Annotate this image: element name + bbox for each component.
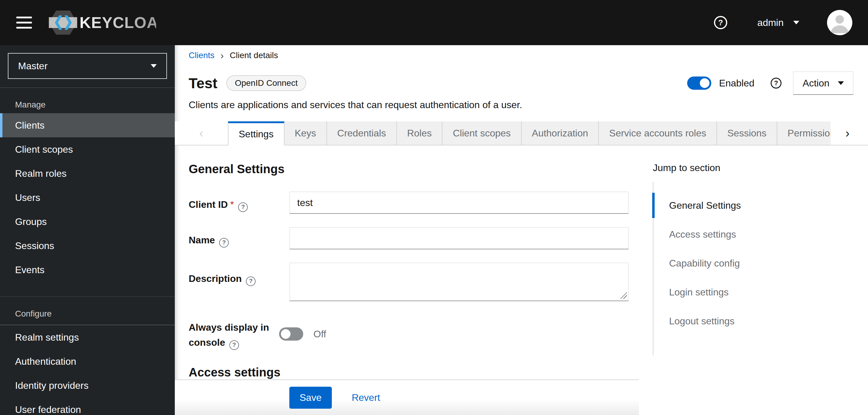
toggle-knob — [700, 78, 710, 88]
sidebar-item-authentication[interactable]: Authentication — [0, 349, 175, 374]
revert-link[interactable]: Revert — [352, 392, 380, 403]
tab-settings[interactable]: Settings — [228, 122, 284, 145]
jump-link-general-settings[interactable]: General Settings — [653, 193, 854, 218]
keycloak-admin-console: KEYCLOAK ? admin Master — [0, 0, 868, 415]
tabs-filler — [864, 122, 868, 145]
protocol-badge: OpenID Connect — [226, 75, 306, 91]
realm-caret-down-icon — [151, 64, 157, 68]
help-icon[interactable]: ? — [714, 16, 727, 29]
sidebar-item-groups[interactable]: Groups — [0, 210, 175, 234]
title-row: Test OpenID Connect Enabled ? Action — [189, 72, 854, 94]
breadcrumb-separator-icon: › — [221, 51, 224, 60]
tab-keys[interactable]: Keys — [284, 122, 327, 145]
tab-client-scopes[interactable]: Client scopes — [442, 122, 521, 145]
name-input[interactable] — [289, 227, 629, 249]
description-label: Description? — [189, 263, 289, 301]
jump-link-logout-settings[interactable]: Logout settings — [653, 308, 854, 334]
sidebar-item-sessions[interactable]: Sessions — [0, 234, 175, 258]
client-id-row: Client ID*? — [189, 192, 629, 214]
settings-form: General Settings Client ID*? — [189, 162, 629, 379]
client-id-help-icon[interactable]: ? — [238, 202, 248, 212]
caret-down-icon — [793, 21, 799, 24]
jump-to-section-panel: Jump to section General Settings Access … — [629, 162, 854, 379]
required-asterisk: * — [230, 199, 234, 210]
save-button[interactable]: Save — [289, 387, 332, 409]
chevron-right-icon[interactable]: › — [831, 122, 864, 145]
chevron-left-icon[interactable]: ‹ — [175, 122, 228, 145]
sidebar-item-client-scopes[interactable]: Client scopes — [0, 137, 175, 162]
jump-link-access-settings[interactable]: Access settings — [653, 222, 854, 247]
always-display-help-icon[interactable]: ? — [229, 340, 239, 350]
breadcrumb-clients-link[interactable]: Clients — [189, 50, 215, 60]
name-help-icon[interactable]: ? — [219, 238, 229, 248]
page-title: Test — [189, 75, 217, 92]
general-settings-heading: General Settings — [189, 162, 629, 176]
always-display-state: Off — [313, 328, 326, 340]
masthead-actions: ? admin — [714, 10, 852, 35]
jump-heading: Jump to section — [653, 162, 854, 173]
jump-list: General Settings Access settings Capabil… — [653, 182, 854, 355]
hamburger-menu-icon[interactable] — [16, 16, 32, 29]
avatar-icon — [827, 10, 852, 35]
action-caret-down-icon — [838, 81, 844, 85]
client-id-label: Client ID*? — [189, 192, 289, 214]
name-row: Name? — [189, 227, 629, 249]
access-settings-heading: Access settings — [189, 366, 629, 379]
always-display-row: Always display in console? Off — [189, 314, 629, 350]
page-header: Clients › Client details Test OpenID Con… — [175, 45, 868, 110]
sidebar-item-events[interactable]: Events — [0, 258, 175, 282]
avatar — [827, 10, 852, 35]
action-dropdown[interactable]: Action — [793, 71, 854, 95]
description-textarea[interactable] — [289, 263, 629, 301]
jump-link-login-settings[interactable]: Login settings — [653, 279, 854, 305]
tab-sessions[interactable]: Sessions — [717, 122, 777, 145]
header-controls: Enabled ? Action — [687, 71, 854, 95]
realm-selector[interactable]: Master — [8, 53, 167, 79]
keycloak-logo[interactable]: KEYCLOAK — [49, 10, 156, 35]
nav-section-title: Manage — [0, 88, 175, 113]
sidebar-item-identity-providers[interactable]: Identity providers — [0, 374, 175, 397]
always-display-toggle[interactable] — [279, 327, 303, 341]
tab-permissions[interactable]: Permissions — [777, 122, 831, 145]
page-subtitle: Clients are applications and services th… — [189, 99, 854, 110]
nav-group-manage: Manage Clients Client scopes Realm roles… — [0, 88, 175, 282]
enabled-toggle[interactable] — [687, 76, 711, 90]
keycloak-logo-image: KEYCLOAK — [49, 10, 156, 35]
enabled-label: Enabled — [719, 78, 754, 89]
user-dropdown[interactable]: admin — [757, 17, 799, 28]
sidebar-item-clients[interactable]: Clients — [0, 113, 175, 137]
masthead: KEYCLOAK ? admin — [0, 0, 868, 45]
sidebar-item-user-federation[interactable]: User federation — [0, 397, 175, 415]
client-id-input[interactable] — [289, 192, 629, 214]
description-row: Description? — [189, 263, 629, 301]
breadcrumb-current: Client details — [230, 50, 278, 60]
sidebar: Master Manage Clients Client scopes Real… — [0, 45, 175, 415]
realm-name: Master — [18, 61, 48, 72]
name-label: Name? — [189, 227, 289, 249]
toggle-knob — [281, 329, 290, 339]
username: admin — [757, 17, 784, 28]
tab-authorization[interactable]: Authorization — [522, 122, 599, 145]
tab-roles[interactable]: Roles — [397, 122, 443, 145]
main-content: Clients › Client details Test OpenID Con… — [175, 45, 868, 415]
realm-selector-block: Master — [0, 45, 175, 88]
nav-section-title: Configure — [0, 297, 175, 322]
description-help-icon[interactable]: ? — [246, 276, 255, 286]
tabs-bar: ‹ Settings Keys Credentials Roles Client… — [175, 122, 868, 145]
nav-group-configure: Configure Realm settings Authentication … — [0, 296, 175, 415]
svg-text:KEYCLOAK: KEYCLOAK — [80, 14, 156, 31]
sidebar-item-realm-roles[interactable]: Realm roles — [0, 162, 175, 185]
sidebar-item-users[interactable]: Users — [0, 185, 175, 210]
sidebar-item-realm-settings[interactable]: Realm settings — [0, 325, 175, 349]
form-actions: Save Revert — [175, 379, 639, 415]
tab-credentials[interactable]: Credentials — [327, 122, 397, 145]
jump-link-capability-config[interactable]: Capability config — [653, 250, 854, 276]
enabled-help-icon[interactable]: ? — [771, 78, 781, 89]
action-label: Action — [803, 78, 830, 89]
always-display-label: Always display in console? — [189, 314, 279, 350]
tabs-viewport: Settings Keys Credentials Roles Client s… — [228, 122, 831, 145]
breadcrumb: Clients › Client details — [189, 50, 854, 60]
tab-service-accounts-roles[interactable]: Service accounts roles — [599, 122, 717, 145]
